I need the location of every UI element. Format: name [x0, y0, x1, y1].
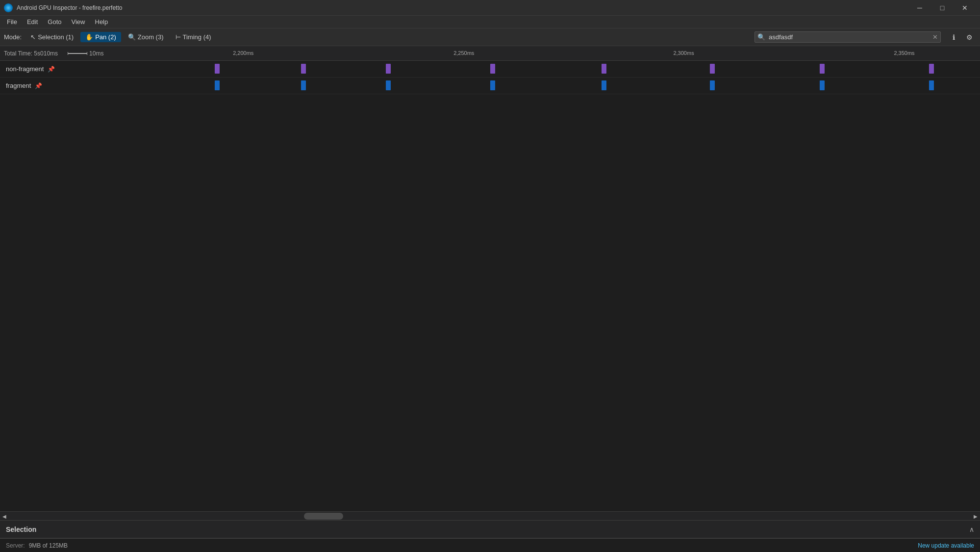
block-nf-1 — [215, 64, 220, 74]
bottom-panel-title: Selection — [6, 526, 36, 533]
pin-icon-nonfragment[interactable]: 📌 — [48, 66, 55, 73]
server-label: Server: — [6, 542, 25, 549]
zoom-label: Zoom (3) — [138, 33, 164, 41]
scroll-right-arrow[interactable]: ▶ — [971, 512, 980, 520]
block-fr-2 — [301, 80, 306, 90]
close-button[interactable]: ✕ — [954, 0, 976, 16]
block-nf-6 — [710, 64, 715, 74]
time-ruler-ticks: 2,200ms 2,250ms 2,300ms 2,350ms — [157, 46, 980, 61]
block-fr-6 — [710, 80, 715, 90]
mode-pan-button[interactable]: ✋ Pan (2) — [80, 32, 121, 42]
total-time: Total Time: 5s010ms — [4, 50, 58, 57]
window-title: Android GPU Inspector - freefire.perfett… — [17, 4, 122, 11]
search-icon: 🔍 — [757, 33, 765, 41]
pin-icon-fragment[interactable]: 📌 — [35, 82, 42, 89]
mode-selection-button[interactable]: ↖ Selection (1) — [25, 32, 78, 42]
block-fr-4 — [490, 80, 495, 90]
scale-bar: 10ms — [68, 50, 103, 57]
block-nf-2 — [301, 64, 306, 74]
track-name-fragment: fragment — [6, 82, 31, 89]
block-fr-3 — [386, 80, 391, 90]
scroll-bar-area: ◀ ▶ — [0, 511, 980, 520]
block-nf-4 — [490, 64, 495, 74]
tick-2300: 2,300ms — [673, 50, 694, 56]
time-ruler: Total Time: 5s010ms 10ms 2,200ms 2,250ms… — [0, 46, 980, 61]
menu-bar: File Edit Goto View Help — [0, 16, 980, 28]
block-fr-5 — [602, 80, 606, 90]
header-icons: ℹ ⚙ — [947, 30, 976, 44]
server-value: 9MB of 125MB — [29, 542, 68, 549]
pan-icon: ✋ — [85, 33, 93, 41]
scroll-left-arrow[interactable]: ◀ — [0, 512, 9, 520]
tick-2250: 2,250ms — [453, 50, 474, 56]
pan-label: Pan (2) — [95, 33, 116, 41]
zoom-icon: 🔍 — [128, 33, 136, 41]
block-nf-5 — [602, 64, 606, 74]
maximize-button[interactable]: □ — [931, 0, 954, 16]
block-fr-1 — [215, 80, 220, 90]
track-canvas-fragment[interactable] — [157, 78, 980, 94]
search-input[interactable] — [754, 31, 941, 43]
mode-zoom-button[interactable]: 🔍 Zoom (3) — [123, 32, 169, 42]
title-bar: Android GPU Inspector - freefire.perfett… — [0, 0, 980, 16]
collapse-icon[interactable]: ∧ — [969, 526, 974, 533]
title-bar-controls: ─ □ ✕ — [908, 0, 976, 16]
update-link[interactable]: New update available — [918, 542, 974, 549]
mode-label: Mode: — [4, 33, 22, 41]
menu-help[interactable]: Help — [90, 17, 113, 27]
block-nf-7 — [820, 64, 825, 74]
search-clear-icon[interactable]: ✕ — [932, 33, 938, 41]
timeline-container: Total Time: 5s010ms 10ms 2,200ms 2,250ms… — [0, 46, 980, 520]
track-name-nonfragment: non-fragment — [6, 65, 44, 73]
track-row-nonfragment: non-fragment 📌 — [0, 61, 980, 78]
block-fr-7 — [820, 80, 825, 90]
menu-view[interactable]: View — [67, 17, 90, 27]
scale-line — [68, 53, 87, 54]
tick-2350: 2,350ms — [894, 50, 914, 56]
status-bar: Server: 9MB of 125MB New update availabl… — [0, 538, 980, 552]
minimize-button[interactable]: ─ — [908, 0, 931, 16]
mode-timing-button[interactable]: ⊢ Timing (4) — [171, 32, 216, 42]
tracks-area: non-fragment 📌 fragment 📌 — [0, 61, 980, 511]
track-row-fragment: fragment 📌 — [0, 78, 980, 94]
status-left: Server: 9MB of 125MB — [6, 542, 68, 549]
track-canvas-nonfragment[interactable] — [157, 61, 980, 77]
scale-label: 10ms — [89, 50, 103, 57]
mode-bar: Mode: ↖ Selection (1) ✋ Pan (2) 🔍 Zoom (… — [0, 28, 980, 46]
search-container: 🔍 ✕ — [754, 31, 941, 43]
scrollbar-thumb[interactable] — [304, 513, 343, 520]
timing-label: Timing (4) — [183, 33, 211, 41]
selection-icon: ↖ — [30, 33, 36, 41]
settings-button[interactable]: ⚙ — [962, 30, 976, 44]
bottom-panel-header: Selection ∧ — [0, 521, 980, 538]
block-nf-8 — [929, 64, 934, 74]
block-nf-3 — [386, 64, 391, 74]
scrollbar-track[interactable]: ◀ ▶ — [0, 512, 980, 520]
track-label-nonfragment: non-fragment 📌 — [0, 65, 157, 73]
title-bar-left: Android GPU Inspector - freefire.perfett… — [4, 3, 122, 12]
info-button[interactable]: ℹ — [947, 30, 960, 44]
selection-label: Selection (1) — [38, 33, 74, 41]
time-ruler-info: Total Time: 5s010ms 10ms — [0, 50, 157, 57]
block-fr-8 — [929, 80, 934, 90]
timing-icon: ⊢ — [176, 33, 181, 41]
track-label-fragment: fragment 📌 — [0, 82, 157, 89]
bottom-panel: Selection ∧ — [0, 520, 980, 538]
tick-2200: 2,200ms — [233, 50, 253, 56]
menu-goto[interactable]: Goto — [43, 17, 66, 27]
menu-file[interactable]: File — [2, 17, 22, 27]
menu-edit[interactable]: Edit — [22, 17, 43, 27]
app-icon — [4, 3, 13, 12]
